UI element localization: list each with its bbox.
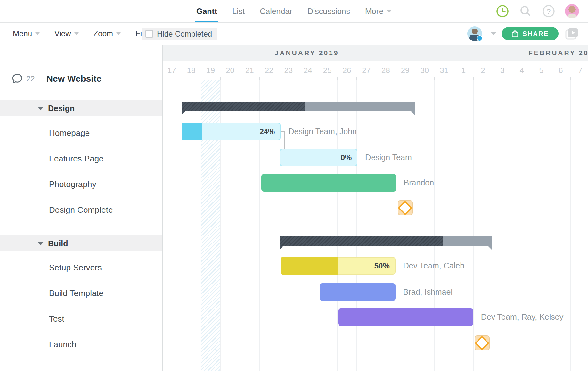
day-number: 21 bbox=[243, 61, 256, 80]
task-bar-homepage[interactable]: 24% bbox=[182, 123, 281, 140]
month-label-january-2019: JANUARY 2019 bbox=[275, 45, 339, 61]
online-badge bbox=[477, 35, 483, 41]
search-icon[interactable] bbox=[519, 4, 532, 18]
chevron-down-icon bbox=[387, 10, 392, 13]
task-bar-completed bbox=[281, 257, 338, 275]
day-tick bbox=[532, 77, 532, 80]
share-button[interactable]: SHARE bbox=[502, 27, 559, 40]
task-row-homepage[interactable]: Homepage bbox=[0, 120, 162, 146]
milestone-design-complete[interactable] bbox=[398, 200, 413, 215]
menu-zoom[interactable]: Zoom bbox=[94, 29, 121, 38]
day-tick bbox=[182, 77, 182, 80]
summary-bar-build-summary[interactable] bbox=[280, 236, 492, 246]
task-bar-features[interactable]: 0% bbox=[280, 149, 357, 166]
task-label: Launch bbox=[49, 340, 76, 350]
history-icon[interactable] bbox=[496, 4, 509, 18]
collapse-caret-icon[interactable] bbox=[38, 107, 44, 110]
day-tick bbox=[396, 77, 396, 80]
collapse-caret-icon[interactable] bbox=[38, 242, 44, 245]
tab-list[interactable]: List bbox=[232, 0, 245, 22]
group-row-build[interactable]: Build bbox=[0, 235, 162, 251]
menu-menu[interactable]: Menu bbox=[13, 29, 40, 38]
comments-icon[interactable] bbox=[12, 73, 23, 84]
share-label: SHARE bbox=[522, 30, 549, 37]
assignee-label: Dev Team, Ray, Kelsey bbox=[481, 308, 564, 326]
day-gridline bbox=[376, 80, 376, 371]
milestone-diamond-icon bbox=[475, 336, 489, 350]
top-nav: GanttListCalendarDiscussionsMore ? bbox=[0, 0, 588, 22]
percent-complete-label: 24% bbox=[259, 123, 275, 140]
assignee-label: Brad, Ishmael bbox=[403, 283, 453, 301]
menu-label: Zoom bbox=[94, 29, 113, 38]
assignee-label: Dev Team, Caleb bbox=[403, 257, 464, 275]
task-row-features-page[interactable]: Features Page bbox=[0, 146, 162, 171]
task-label: Features Page bbox=[49, 154, 104, 164]
summary-bar-design-summary[interactable] bbox=[182, 102, 415, 111]
task-label: Build Template bbox=[49, 288, 103, 298]
day-tick bbox=[337, 77, 338, 80]
task-bar-setup-servers[interactable]: 50% bbox=[281, 257, 395, 275]
task-row-design-complete[interactable]: Design Complete bbox=[0, 197, 162, 223]
chevron-down-icon bbox=[35, 32, 40, 35]
menu-label: View bbox=[54, 29, 71, 38]
task-row-photography[interactable]: Photography bbox=[0, 171, 162, 197]
assignee-label: Design Team, John bbox=[288, 123, 357, 140]
milestone-launch[interactable] bbox=[475, 335, 490, 350]
chevron-down-icon bbox=[74, 32, 79, 35]
task-bar-completed bbox=[182, 123, 202, 140]
day-gridline bbox=[454, 80, 454, 371]
task-bar-build-template[interactable] bbox=[320, 283, 396, 301]
project-title: New Website bbox=[46, 74, 102, 84]
sidebar-divider bbox=[162, 45, 163, 371]
collaborator-caret-icon[interactable] bbox=[491, 32, 496, 35]
toolbar-right: SHARE bbox=[467, 23, 579, 45]
group-label: Design bbox=[48, 104, 75, 113]
day-tick bbox=[298, 77, 298, 80]
day-tick bbox=[220, 77, 221, 80]
chevron-down-icon bbox=[116, 32, 121, 35]
group-row-design[interactable]: Design bbox=[0, 100, 162, 116]
day-tick bbox=[434, 77, 435, 80]
day-number: 23 bbox=[282, 61, 295, 80]
task-bar-photography[interactable] bbox=[261, 174, 396, 192]
day-tick bbox=[454, 77, 454, 80]
day-tick bbox=[376, 77, 376, 80]
toolbar-menus: MenuViewZoomFilter bbox=[13, 23, 160, 45]
presentation-icon[interactable] bbox=[564, 26, 579, 41]
day-tick bbox=[279, 77, 279, 80]
day-tick bbox=[356, 77, 357, 80]
hide-completed-toggle[interactable]: Hide Completed bbox=[142, 28, 217, 40]
task-row-build-template[interactable]: Build Template bbox=[0, 280, 162, 306]
day-gridline bbox=[493, 80, 493, 371]
day-number: 19 bbox=[204, 61, 217, 80]
day-tick bbox=[318, 77, 318, 80]
task-row-setup-servers[interactable]: Setup Servers bbox=[0, 255, 162, 280]
tab-discussions[interactable]: Discussions bbox=[307, 0, 350, 22]
day-number: 24 bbox=[301, 61, 314, 80]
hide-completed-checkbox[interactable] bbox=[145, 30, 153, 38]
user-avatar[interactable] bbox=[565, 4, 579, 18]
day-gridline bbox=[434, 80, 435, 371]
task-row-launch[interactable]: Launch bbox=[0, 332, 162, 357]
menu-view[interactable]: View bbox=[54, 29, 79, 38]
collaborator-avatar[interactable] bbox=[467, 26, 482, 41]
task-bar-test[interactable] bbox=[338, 308, 473, 326]
percent-complete-label: 0% bbox=[341, 149, 352, 166]
tab-calendar[interactable]: Calendar bbox=[260, 0, 292, 22]
help-icon[interactable]: ? bbox=[542, 4, 555, 18]
day-tick bbox=[512, 77, 512, 80]
tab-label: Gantt bbox=[196, 7, 217, 16]
month-header-band bbox=[163, 45, 588, 61]
nav-icons: ? bbox=[496, 0, 579, 22]
day-tick bbox=[570, 77, 571, 80]
day-tick bbox=[201, 77, 201, 80]
day-tick bbox=[551, 77, 551, 80]
task-row-test[interactable]: Test bbox=[0, 306, 162, 332]
tab-gantt[interactable]: Gantt bbox=[196, 0, 217, 22]
share-icon bbox=[511, 30, 519, 37]
milestone-diamond-icon bbox=[398, 201, 412, 215]
day-tick bbox=[415, 77, 415, 80]
day-number: 29 bbox=[399, 61, 412, 80]
summary-wing-left bbox=[280, 246, 283, 250]
tab-more[interactable]: More bbox=[365, 0, 392, 22]
